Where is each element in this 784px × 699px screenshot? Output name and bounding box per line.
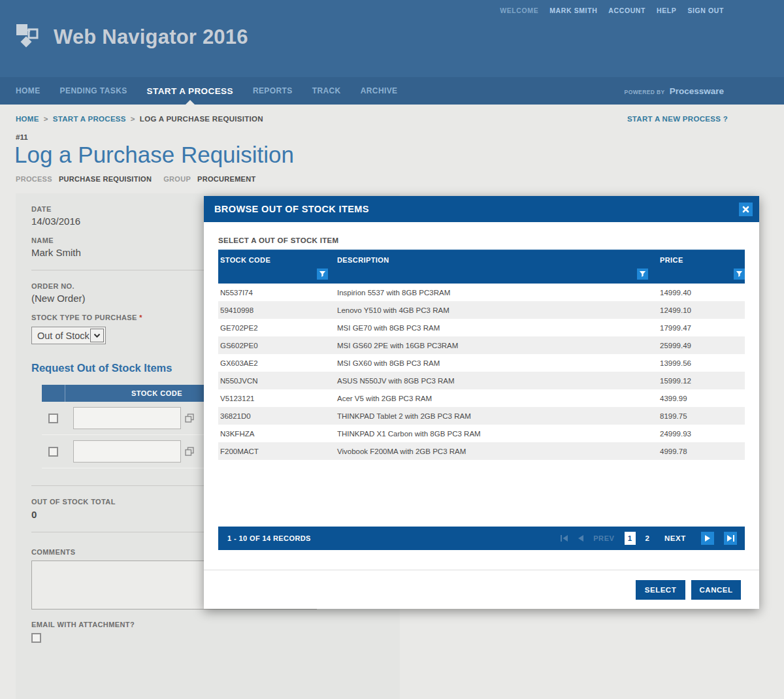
email-attachment-label: EMAIL WITH ATTACHMENT? (31, 621, 384, 628)
row-checkbox[interactable] (48, 414, 58, 423)
cell-stock-code: N550JVCN (218, 377, 333, 385)
breadcrumb-start-a-process[interactable]: START A PROCESS (53, 115, 126, 123)
cell-stock-code: 36821D0 (218, 412, 333, 420)
close-icon[interactable] (739, 203, 753, 216)
pagination-bar: 1 - 10 OF 14 RECORDS PREV 1 2 NEXT (218, 527, 745, 550)
table-row[interactable]: GX603AE2 MSI GX60 with 8GB PC3 RAM 13999… (218, 354, 745, 372)
modal-body: SELECT A OUT OF STOCK ITEM STOCK CODE DE… (204, 222, 759, 570)
cell-stock-code: GE702PE2 (218, 324, 333, 332)
table-row[interactable]: N550JVCN ASUS N550JV with 8GB PC3 RAM 15… (218, 372, 745, 389)
stock-code-input[interactable] (73, 440, 181, 463)
help-link[interactable]: HELP (657, 7, 676, 14)
grid-checkbox-column (42, 385, 65, 402)
user-name-link[interactable]: MARK SMITH (549, 7, 597, 14)
table-body: N5537I74 Inspirion 5537 with 8GB PC3RAM … (218, 284, 745, 460)
active-tab-notch (184, 100, 196, 106)
page-meta: PROCESS PURCHASE REQUISITION GROUP PROCU… (16, 175, 784, 183)
table-row[interactable]: V5123121 Acer V5 with 2GB PC3 RAM 4399.9… (218, 389, 745, 407)
cell-stock-code: N3KFHZA (218, 430, 333, 438)
table-header: STOCK CODE DESCRIPTION PRICE (218, 250, 745, 284)
table-row[interactable]: 36821D0 THINKPAD Tablet 2 with 2GB PC3 R… (218, 407, 745, 425)
browse-stock-modal: BROWSE OUT OF STOCK ITEMS SELECT A OUT O… (204, 196, 759, 609)
cell-description: Inspirion 5537 with 8GB PC3RAM (333, 289, 653, 297)
page-2[interactable]: 2 (645, 534, 649, 542)
nav-item-archive[interactable]: ARCHIVE (361, 86, 398, 95)
case-number: #11 (16, 133, 784, 141)
nav-item-home[interactable]: HOME (16, 86, 41, 95)
user-menu: WELCOME MARK SMITH ACCOUNT HELP SIGN OUT (500, 7, 724, 14)
filter-icon[interactable] (317, 268, 328, 280)
prev-page-icon[interactable] (578, 535, 583, 542)
cell-price: 4399.99 (653, 395, 745, 402)
cancel-button[interactable]: CANCEL (691, 580, 741, 600)
app-logo-icon (14, 22, 44, 52)
nav-item-label: START A PROCESS (147, 86, 233, 96)
modal-footer: SELECT CANCEL (204, 570, 759, 609)
cell-price: 13999.56 (653, 359, 745, 367)
filter-icon[interactable] (637, 268, 648, 280)
cell-description: MSI GX60 with 8GB PC3 RAM (333, 359, 653, 367)
table-row[interactable]: GE702PE2 MSI GE70 with 8GB PC3 RAM 17999… (218, 319, 745, 336)
start-new-process-link[interactable]: START A NEW PROCESS ? (627, 115, 728, 123)
last-page-icon[interactable] (724, 532, 737, 545)
powered-by: POWERED BY Processware (625, 86, 784, 96)
breadcrumb-current: LOG A PURCHASE REQUISITION (140, 115, 263, 123)
records-count: 1 - 10 OF 14 RECORDS (227, 534, 311, 542)
cell-description: MSI GE70 with 8GB PC3 RAM (333, 324, 653, 332)
table-row[interactable]: N3KFHZA THINKPAD X1 Carbon with 8GB PC3 … (218, 425, 745, 442)
cell-description: Acer V5 with 2GB PC3 RAM (333, 395, 653, 402)
cell-description: Vivobook F200MA with 2GB PC3 RAM (333, 447, 653, 455)
column-label: DESCRIPTION (337, 256, 389, 264)
nav-item-track[interactable]: TRACK (312, 86, 341, 95)
pager-controls: PREV 1 2 NEXT (561, 532, 737, 545)
prev-button[interactable]: PREV (593, 534, 614, 542)
app-title: Web Navigator 2016 (54, 25, 248, 49)
browse-lookup-icon[interactable] (185, 447, 194, 456)
row-checkbox[interactable] (48, 447, 58, 457)
filter-icon[interactable] (734, 268, 745, 280)
stock-code-input[interactable] (73, 407, 181, 429)
select-item-label: SELECT A OUT OF STOCK ITEM (218, 236, 745, 244)
account-link[interactable]: ACCOUNT (608, 7, 645, 14)
main-nav: HOME PENDING TASKS START A PROCESS REPOR… (0, 77, 784, 105)
next-button[interactable]: NEXT (664, 534, 686, 542)
cell-description: THINKPAD Tablet 2 with 2GB PC3 RAM (333, 412, 653, 420)
column-header-stock-code: STOCK CODE (218, 250, 333, 284)
nav-item-start-a-process[interactable]: START A PROCESS (147, 86, 233, 96)
email-attachment-checkbox[interactable] (31, 633, 41, 643)
chevron-down-icon (90, 329, 104, 342)
column-header-price: PRICE (653, 250, 745, 284)
cell-description: Lenovo Y510 with 4GB PC3 RAM (333, 306, 653, 314)
select-button[interactable]: SELECT (636, 580, 685, 600)
stock-type-selected-value: Out of Stock (37, 331, 90, 341)
cell-price: 12499.10 (653, 306, 745, 314)
cell-stock-code: GX603AE2 (218, 359, 333, 367)
browse-lookup-icon[interactable] (185, 414, 194, 423)
cell-stock-code: GS602PE0 (218, 342, 333, 350)
welcome-label: WELCOME (500, 7, 538, 14)
process-value: PURCHASE REQUISITION (59, 175, 152, 183)
screen: WELCOME MARK SMITH ACCOUNT HELP SIGN OUT… (0, 0, 784, 699)
next-page-icon[interactable] (701, 532, 714, 545)
nav-item-reports[interactable]: REPORTS (253, 86, 293, 95)
stock-type-label-text: STOCK TYPE TO PURCHASE (31, 314, 137, 321)
modal-title: BROWSE OUT OF STOCK ITEMS (214, 204, 369, 214)
breadcrumb-home[interactable]: HOME (16, 115, 39, 123)
logo-row: Web Navigator 2016 (14, 22, 248, 52)
cell-description: THINKPAD X1 Carbon with 8GB PC3 RAM (333, 430, 653, 438)
powered-by-brand: Processware (670, 86, 724, 96)
table-row[interactable]: N5537I74 Inspirion 5537 with 8GB PC3RAM … (218, 284, 745, 301)
page-1-current[interactable]: 1 (625, 532, 636, 545)
first-page-icon[interactable] (561, 535, 568, 542)
table-row[interactable]: 59410998 Lenovo Y510 with 4GB PC3 RAM 12… (218, 301, 745, 319)
required-asterisk: * (139, 314, 142, 321)
table-row[interactable]: GS602PE0 MSI GS60 2PE with 16GB PC3RAM 2… (218, 336, 745, 354)
stock-type-select[interactable]: Out of Stock (31, 327, 106, 344)
cell-price: 24999.93 (653, 430, 745, 438)
breadcrumb-separator: > (39, 115, 53, 123)
table-row[interactable]: F200MACT Vivobook F200MA with 2GB PC3 RA… (218, 442, 745, 460)
sign-out-link[interactable]: SIGN OUT (687, 7, 724, 14)
nav-item-pending-tasks[interactable]: PENDING TASKS (60, 86, 127, 95)
powered-by-label: POWERED BY (625, 89, 665, 95)
cell-stock-code: 59410998 (218, 306, 333, 314)
